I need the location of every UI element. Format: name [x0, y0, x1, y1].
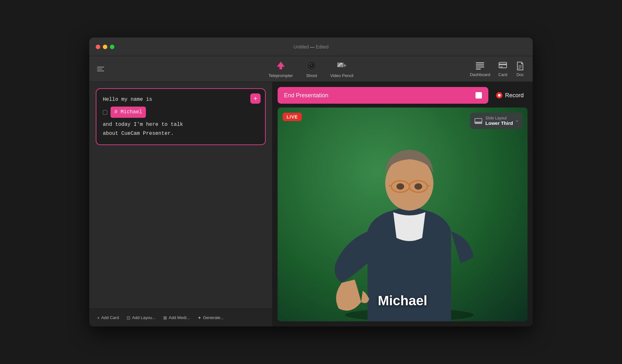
toolbar-left: [97, 65, 107, 73]
add-layout-label: Add Layou...: [132, 315, 156, 320]
card-add-button[interactable]: +: [250, 93, 261, 104]
doc-icon: [515, 61, 525, 71]
slide-layout-text: Slide Layout Lower Third: [485, 116, 513, 126]
toolbar: Teleprompter Shoot: [89, 56, 533, 82]
live-label: LIVE: [287, 114, 298, 119]
sidebar-toggle-button[interactable]: [97, 65, 107, 73]
svg-rect-19: [519, 68, 520, 69]
shoot-icon: [306, 60, 317, 71]
shoot-label: Shoot: [306, 73, 317, 78]
video-pencil-button[interactable]: Video Pencil: [330, 60, 353, 78]
add-layout-icon: ⊡: [127, 315, 130, 320]
card-button[interactable]: Card: [498, 61, 508, 77]
toggle-bar-2: [97, 69, 102, 69]
card-checkbox[interactable]: [103, 110, 107, 115]
window-title: Untitled — Edited: [294, 44, 329, 49]
svg-rect-10: [476, 62, 484, 63]
add-media-button[interactable]: ⊠ Add Medi...: [161, 314, 192, 322]
close-button[interactable]: [96, 45, 100, 49]
svg-rect-17: [519, 65, 522, 66]
toggle-bar-1: [97, 67, 104, 67]
card-heading-tag: # Michael: [111, 107, 146, 118]
svg-rect-15: [499, 64, 507, 65]
chevron-down-icon: ›: [514, 120, 520, 122]
lower-third: Michael: [303, 293, 502, 308]
card-line-1: Hello my name is: [103, 95, 246, 104]
end-presentation-bar: End Presentation Record: [278, 87, 528, 104]
toggle-bar-3: [97, 71, 104, 71]
svg-point-28: [396, 183, 404, 190]
dashboard-label: Dashboard: [470, 72, 490, 77]
svg-rect-18: [519, 67, 522, 67]
card-line-4: about CueCam Presenter.: [103, 129, 246, 138]
cards-area: + Hello my name is # Michael and today I…: [89, 82, 272, 308]
titlebar: Untitled — Edited: [89, 38, 533, 56]
record-label: Record: [505, 92, 524, 99]
end-presentation-label: End Presentation: [284, 92, 328, 99]
slide-layout-icon: [475, 118, 482, 124]
add-layout-button[interactable]: ⊡ Add Layou...: [124, 314, 158, 322]
svg-rect-12: [476, 66, 484, 67]
add-media-label: Add Medi...: [169, 315, 190, 320]
card-text: Hello my name is # Michael and today I'm…: [103, 95, 259, 138]
teleprompter-icon: [275, 60, 287, 71]
add-media-icon: ⊠: [163, 315, 167, 320]
card-icon: [498, 61, 508, 71]
lower-third-name: Michael: [303, 293, 502, 308]
window-controls: [96, 45, 114, 49]
shoot-button[interactable]: Shoot: [306, 60, 317, 78]
svg-rect-13: [476, 68, 481, 69]
video-pencil-label: Video Pencil: [330, 73, 353, 78]
svg-rect-16: [500, 66, 503, 67]
record-dot-icon: [496, 92, 502, 99]
dashboard-icon: [475, 61, 485, 71]
end-presentation-button[interactable]: End Presentation: [278, 87, 488, 104]
teleprompter-label: Teleprompter: [269, 73, 293, 78]
generate-label: Generate...: [203, 315, 224, 320]
card-heading-line: # Michael: [103, 107, 246, 118]
video-background: LIVE Slide Layout Lower Third › Michael: [278, 108, 528, 321]
main-window: Untitled — Edited Teleprompter: [89, 38, 533, 326]
teleprompter-button[interactable]: Teleprompter: [269, 60, 293, 78]
svg-point-3: [311, 65, 312, 66]
maximize-button[interactable]: [110, 45, 114, 49]
generate-icon: ✦: [198, 315, 201, 320]
doc-button[interactable]: Doc: [515, 61, 525, 77]
slide-layout-label: Slide Layout: [485, 116, 513, 120]
script-card: + Hello my name is # Michael and today I…: [96, 88, 266, 145]
svg-point-29: [414, 183, 422, 190]
live-badge: LIVE: [283, 113, 302, 121]
main-content: + Hello my name is # Michael and today I…: [89, 82, 533, 326]
left-panel: + Hello my name is # Michael and today I…: [89, 82, 272, 326]
record-button[interactable]: Record: [492, 90, 528, 101]
toolbar-right: Dashboard Card: [470, 61, 525, 77]
svg-rect-11: [476, 64, 484, 65]
card-line-3: and today I'm here to talk: [103, 120, 246, 129]
add-card-button[interactable]: + Add Card: [94, 314, 121, 322]
minimize-button[interactable]: [103, 45, 107, 49]
slide-layout-value: Lower Third: [485, 120, 513, 126]
record-dot-inner: [498, 94, 501, 97]
add-card-icon: +: [97, 315, 100, 320]
toolbar-center: Teleprompter Shoot: [269, 60, 353, 78]
add-card-label: Add Card: [101, 315, 119, 320]
right-panel: End Presentation Record: [272, 82, 533, 326]
video-area: LIVE Slide Layout Lower Third › Michael: [278, 108, 528, 321]
svg-point-4: [310, 64, 311, 65]
stop-icon: [475, 92, 482, 99]
video-pencil-icon: [336, 60, 348, 71]
svg-marker-6: [344, 64, 346, 67]
dashboard-button[interactable]: Dashboard: [470, 61, 490, 77]
slide-layout-button[interactable]: Slide Layout Lower Third ›: [470, 113, 522, 129]
bottom-bar: + Add Card ⊡ Add Layou... ⊠ Add Medi... …: [89, 308, 272, 326]
card-label: Card: [498, 72, 507, 77]
doc-label: Doc: [516, 72, 524, 77]
generate-button[interactable]: ✦ Generate...: [195, 314, 227, 322]
